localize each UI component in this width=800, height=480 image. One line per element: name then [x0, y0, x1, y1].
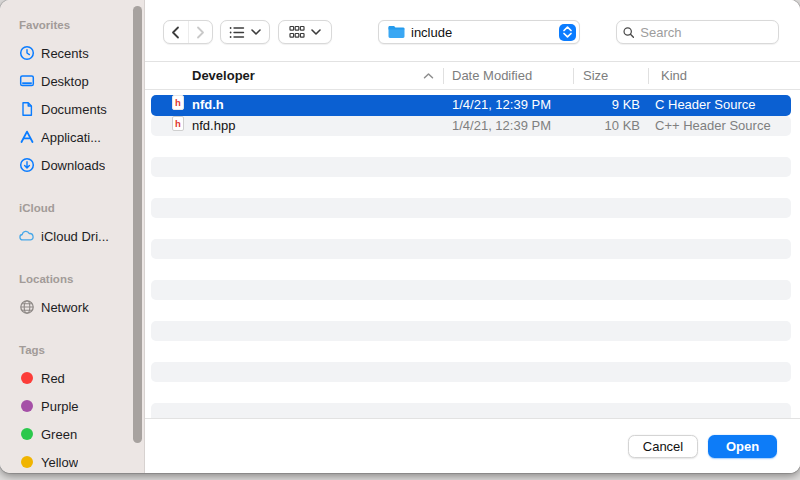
chevron-right-icon — [196, 26, 205, 39]
empty-row — [151, 239, 791, 260]
sidebar-item-downloads[interactable]: Downloads — [0, 151, 144, 179]
empty-row — [151, 403, 791, 419]
nav-buttons — [163, 20, 213, 44]
file-list: h nfd.h 1/4/21, 12:39 PM 9 KB C Header S… — [145, 90, 800, 418]
toolbar: include — [145, 0, 800, 62]
sidebar-item-label: Applicati... — [41, 130, 101, 145]
sidebar-item-desktop[interactable]: Desktop — [0, 67, 144, 95]
sidebar-item-documents[interactable]: Documents — [0, 95, 144, 123]
empty-row — [151, 341, 791, 362]
sidebar: Favorites Recents Desktop Documents Appl — [0, 0, 145, 473]
column-header-date-modified[interactable]: Date Modified — [452, 62, 532, 89]
document-icon — [18, 101, 35, 118]
sort-ascending-icon — [423, 62, 434, 89]
file-size: 9 KB — [571, 95, 640, 116]
group-view-icon — [289, 25, 305, 39]
popup-updown-icon — [559, 24, 576, 41]
list-view-menu-button[interactable] — [220, 20, 270, 44]
sidebar-item-tag-green[interactable]: Green — [0, 420, 144, 448]
file-date-modified: 1/4/21, 12:39 PM — [452, 95, 551, 116]
sidebar-item-tag-purple[interactable]: Purple — [0, 392, 144, 420]
clock-icon — [18, 45, 35, 62]
search-icon — [623, 26, 634, 39]
sidebar-section-icloud: iCloud — [0, 201, 144, 215]
back-button[interactable] — [164, 21, 188, 43]
sidebar-item-label: Yellow — [41, 455, 78, 470]
forward-button[interactable] — [189, 21, 213, 43]
tag-dot-purple — [18, 398, 35, 415]
sidebar-section-tags: Tags — [0, 343, 144, 357]
sidebar-item-tag-yellow[interactable]: Yellow — [0, 448, 144, 473]
sidebar-item-label: Purple — [41, 399, 79, 414]
sidebar-item-tag-red[interactable]: Red — [0, 364, 144, 392]
folder-select-value: include — [411, 25, 559, 40]
sidebar-section-favorites: Favorites — [0, 18, 144, 32]
app-store-icon — [18, 129, 35, 146]
empty-row — [151, 259, 791, 280]
sidebar-item-label: Network — [41, 300, 89, 315]
group-view-menu-button[interactable] — [278, 20, 332, 44]
sidebar-item-label: Documents — [41, 102, 107, 117]
empty-row — [151, 198, 791, 219]
list-view-icon — [229, 26, 245, 39]
file-name: nfd.h — [192, 95, 224, 116]
sidebar-item-recents[interactable]: Recents — [0, 39, 144, 67]
column-header-size[interactable]: Size — [583, 62, 608, 89]
open-file-dialog: Favorites Recents Desktop Documents Appl — [0, 0, 800, 473]
globe-icon — [18, 299, 35, 316]
column-header-name[interactable]: Developer — [192, 62, 255, 89]
sidebar-item-label: Red — [41, 371, 65, 386]
file-name: nfd.hpp — [192, 116, 235, 137]
sidebar-item-applications[interactable]: Applicati... — [0, 123, 144, 151]
empty-row — [151, 136, 791, 157]
main-panel: include Developer Date Modified Size Kin… — [145, 0, 800, 473]
tag-dot-green — [18, 426, 35, 443]
column-headers: Developer Date Modified Size Kind — [145, 62, 800, 90]
file-size: 10 KB — [571, 116, 640, 137]
desktop-icon — [18, 73, 35, 90]
download-circle-icon — [18, 157, 35, 174]
search-field — [616, 20, 779, 44]
empty-row — [151, 218, 791, 239]
tag-dot-red — [18, 370, 35, 387]
file-row-nfd-h[interactable]: h nfd.h 1/4/21, 12:39 PM 9 KB C Header S… — [151, 95, 791, 116]
empty-row — [151, 280, 791, 301]
folder-icon — [388, 26, 405, 39]
dialog-footer: Cancel Open — [145, 418, 800, 473]
empty-row — [151, 362, 791, 383]
file-kind: C++ Header Source — [655, 116, 771, 137]
search-input[interactable] — [638, 24, 772, 41]
file-row-nfd-hpp[interactable]: h nfd.hpp 1/4/21, 12:39 PM 10 KB C++ Hea… — [151, 116, 791, 137]
empty-row — [151, 300, 791, 321]
sidebar-item-label: Recents — [41, 46, 89, 61]
sidebar-item-network[interactable]: Network — [0, 293, 144, 321]
file-date-modified: 1/4/21, 12:39 PM — [452, 116, 551, 137]
empty-row — [151, 157, 791, 178]
column-header-kind[interactable]: Kind — [661, 62, 687, 89]
sidebar-scrollbar[interactable] — [133, 6, 142, 443]
folder-select[interactable]: include — [378, 20, 580, 44]
file-kind: C Header Source — [655, 95, 755, 116]
sidebar-item-label: Desktop — [41, 74, 89, 89]
open-button[interactable]: Open — [708, 435, 777, 458]
h-source-file-icon: h — [172, 116, 184, 131]
cancel-button[interactable]: Cancel — [628, 435, 698, 458]
sidebar-item-label: Green — [41, 427, 77, 442]
chevron-down-icon — [251, 29, 261, 35]
cloud-icon — [18, 228, 35, 245]
empty-row — [151, 382, 791, 403]
empty-row — [151, 177, 791, 198]
sidebar-section-locations: Locations — [0, 272, 144, 286]
sidebar-item-icloud-drive[interactable]: iCloud Dri... — [0, 222, 144, 250]
tag-dot-yellow — [18, 454, 35, 471]
sidebar-item-label: iCloud Dri... — [41, 229, 109, 244]
chevron-left-icon — [171, 26, 180, 39]
chevron-down-icon — [311, 29, 321, 35]
empty-row — [151, 321, 791, 342]
sidebar-item-label: Downloads — [41, 158, 105, 173]
h-source-file-icon: h — [172, 95, 184, 110]
